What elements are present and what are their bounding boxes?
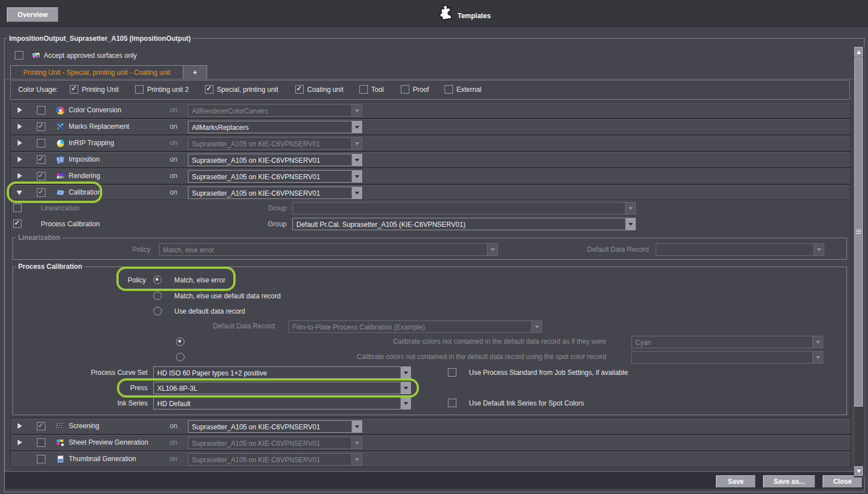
- color-usage-proof-checkbox[interactable]: [401, 85, 409, 94]
- step-checkbox[interactable]: [37, 188, 45, 197]
- calibrate-spot-record-dropdown: [631, 351, 823, 364]
- step-checkbox[interactable]: [37, 422, 45, 430]
- policy-radio-use-default[interactable]: [153, 307, 162, 315]
- color-conversion-icon: [56, 106, 65, 115]
- save-as-button[interactable]: Save as...: [763, 475, 815, 488]
- tab-printing-units[interactable]: Printing Unit - Special, printing unit -…: [10, 65, 183, 79]
- calibrate-spot-label: Calibrate colors not contained in the de…: [322, 353, 606, 361]
- ink-series-dropdown[interactable]: HD Default: [153, 397, 411, 409]
- color-usage-printing-unit-2-label: Printing unit 2: [147, 86, 188, 94]
- color-usage-external-checkbox[interactable]: [445, 85, 453, 94]
- color-usage-printing-unit-label: Printing Unit: [82, 86, 119, 94]
- calibrate-as-if-label: Calibrate colors not contained in the de…: [322, 337, 606, 345]
- marks-replacement-icon: [56, 123, 65, 131]
- dropdown-arrow-icon[interactable]: [351, 171, 362, 182]
- on-label: on: [170, 139, 177, 147]
- expand-arrow-icon[interactable]: [18, 107, 22, 113]
- collapse-arrow-icon[interactable]: [16, 191, 22, 195]
- expand-arrow-icon[interactable]: [18, 173, 22, 179]
- calibrate-as-if-radio: [176, 337, 184, 346]
- expand-arrow-icon[interactable]: [18, 140, 22, 146]
- color-usage-printing-unit-checkbox[interactable]: [70, 85, 78, 94]
- use-default-ink-label: Use Default Ink Series for Spot Colors: [469, 399, 584, 407]
- expand-arrow-icon[interactable]: [18, 440, 22, 445]
- step-checkbox[interactable]: [37, 438, 45, 447]
- dropdown-arrow-icon[interactable]: [351, 154, 362, 166]
- tab-add-button[interactable]: +: [183, 65, 207, 79]
- dropdown-arrow-icon[interactable]: [400, 398, 410, 409]
- linearization-groupbox-title: Linearization: [16, 234, 62, 242]
- default-data-record-dropdown: Film-to-Plate Process Calibration (Examp…: [288, 320, 542, 333]
- color-usage-tool-checkbox[interactable]: [359, 85, 368, 94]
- on-label: on: [170, 188, 177, 196]
- policy-radio-match-else-default[interactable]: [153, 292, 162, 300]
- step-checkbox[interactable]: [37, 139, 45, 147]
- policy-radio-match-else-error[interactable]: [153, 276, 162, 284]
- scrollbar-grip: [856, 230, 861, 235]
- dropdown-arrow-icon[interactable]: [400, 367, 410, 378]
- overview-button[interactable]: Overview: [7, 7, 58, 22]
- dropdown-arrow-icon[interactable]: [351, 421, 362, 432]
- calibration-target-dropdown[interactable]: Suprasetter_A105 on KIE-C6VPNSERV01: [188, 187, 362, 199]
- use-default-ink-checkbox[interactable]: [448, 399, 456, 407]
- approved-surfaces-icon: [32, 50, 41, 60]
- dropdown-arrow-icon: [351, 138, 362, 149]
- marks-replacement-target-dropdown[interactable]: AllMarksReplacers: [188, 121, 362, 133]
- rendering-target-dropdown[interactable]: Suprasetter_A105 on KIE-C6VPNSERV01: [188, 170, 362, 183]
- use-process-standard-checkbox[interactable]: [448, 368, 456, 377]
- color-usage-printing-unit-2-checkbox[interactable]: [135, 85, 144, 94]
- linearization-policy-dropdown: Match, else error: [159, 243, 498, 256]
- dropdown-arrow-icon[interactable]: [351, 121, 362, 133]
- color-conversion-target-dropdown: AllRendererColorCarvers: [188, 104, 362, 117]
- step-row-calibration: Calibration on Suprasetter_A105 on KIE-C…: [10, 184, 851, 201]
- step-label: Screening: [69, 422, 99, 430]
- vertical-scrollbar[interactable]: [854, 47, 865, 478]
- color-usage-special-printing-unit-checkbox[interactable]: [205, 85, 213, 94]
- imposition-target-dropdown[interactable]: Suprasetter_A105 on KIE-C6VPNSERV01: [188, 154, 362, 166]
- process-calibration-checkbox[interactable]: [13, 219, 22, 228]
- on-label: on: [170, 155, 177, 163]
- step-checkbox[interactable]: [37, 123, 45, 131]
- accept-approved-label: Accept approved surfaces only: [44, 52, 137, 60]
- dropdown-arrow-icon[interactable]: [400, 382, 410, 394]
- dropdown-arrow-icon: [351, 437, 362, 449]
- dropdown-arrow-icon[interactable]: [351, 187, 362, 199]
- screening-target-dropdown[interactable]: Suprasetter_A105 on KIE-C6VPNSERV01: [188, 420, 362, 433]
- on-label: on: [170, 172, 177, 180]
- color-usage-coating-unit-checkbox[interactable]: [295, 85, 304, 94]
- accept-approved-checkbox[interactable]: [15, 51, 23, 60]
- scroll-down-button[interactable]: [854, 466, 863, 476]
- tab-add-label: +: [193, 69, 197, 77]
- color-usage-special-printing-unit-label: Special, printing unit: [217, 86, 278, 94]
- step-checkbox[interactable]: [37, 155, 45, 164]
- expand-arrow-icon[interactable]: [18, 157, 22, 162]
- step-checkbox[interactable]: [37, 172, 45, 180]
- dropdown-arrow-icon[interactable]: [625, 218, 635, 230]
- process-curve-set-dropdown[interactable]: HD ISO 60 Paper types 1+2 positive: [153, 366, 411, 379]
- step-checkbox[interactable]: [37, 106, 45, 115]
- scrollbar-thumb[interactable]: [854, 57, 863, 407]
- step-row-imposition: Imposition on Suprasetter_A105 on KIE-C6…: [10, 151, 851, 168]
- press-label: Press: [57, 384, 148, 392]
- step-checkbox[interactable]: [37, 455, 45, 463]
- step-row-screening: Screening on Suprasetter_A105 on KIE-C6V…: [10, 418, 851, 434]
- expand-arrow-icon[interactable]: [18, 124, 22, 129]
- sheet-preview-target-dropdown: Suprasetter_A105 on KIE-C6VPNSERV01: [188, 437, 362, 449]
- step-label: Rendering: [69, 172, 100, 180]
- expand-arrow-icon[interactable]: [18, 423, 22, 429]
- process-calibration-group-dropdown[interactable]: Default Pr.Cal. Suprasetter_A105 (KIE-C6…: [292, 218, 636, 230]
- default-data-record-label: Default Data Record: [184, 322, 275, 330]
- calibration-icon: [56, 188, 65, 197]
- save-button[interactable]: Save: [716, 475, 756, 488]
- calibrate-spot-radio: [176, 353, 184, 361]
- imposition-icon: [56, 155, 65, 164]
- press-dropdown[interactable]: XL106-8P-3L: [153, 382, 411, 394]
- scroll-up-button[interactable]: [854, 47, 863, 57]
- color-usage-label: Color Usage:: [18, 86, 58, 94]
- group-label: Group: [241, 220, 287, 228]
- dropdown-arrow-icon: [351, 454, 362, 465]
- step-row-color-conversion: Color Conversion on AllRendererColorCarv…: [10, 102, 851, 119]
- linearization-policy-label: Policy: [60, 246, 150, 254]
- linearization-checkbox[interactable]: [13, 204, 22, 212]
- dropdown-arrow-icon: [812, 336, 823, 348]
